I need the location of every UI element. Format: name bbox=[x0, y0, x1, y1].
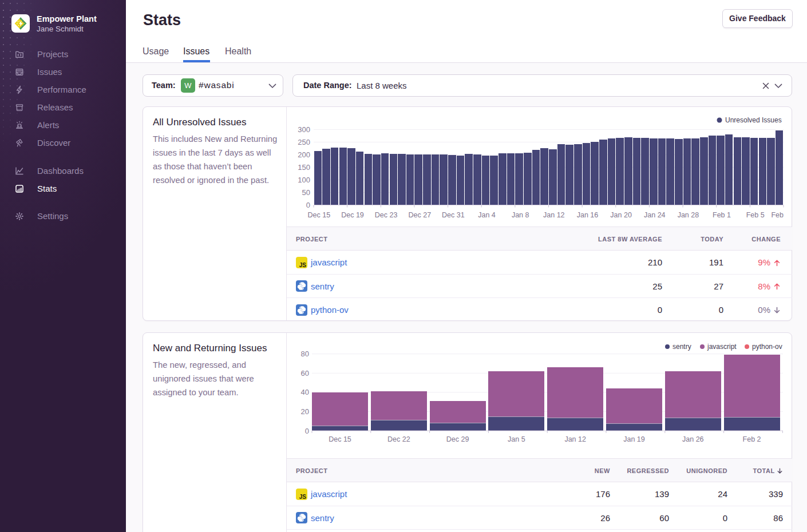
svg-text:80: 80 bbox=[301, 350, 309, 358]
svg-text:150: 150 bbox=[298, 163, 310, 172]
svg-text:0: 0 bbox=[305, 427, 309, 435]
svg-text:Feb 1: Feb 1 bbox=[713, 211, 731, 219]
svg-text:Jan 20: Jan 20 bbox=[610, 211, 632, 219]
svg-text:Unresolved Issues: Unresolved Issues bbox=[725, 116, 782, 124]
svg-text:Jan 24: Jan 24 bbox=[644, 211, 666, 219]
svg-text:Dec 15: Dec 15 bbox=[307, 211, 330, 219]
svg-text:50: 50 bbox=[302, 188, 310, 197]
svg-text:Dec 22: Dec 22 bbox=[387, 435, 410, 443]
svg-text:Feb 5: Feb 5 bbox=[746, 211, 765, 219]
svg-text:Jan 16: Jan 16 bbox=[577, 211, 599, 219]
svg-text:Jan 8: Jan 8 bbox=[512, 211, 529, 219]
svg-text:Jan 4: Jan 4 bbox=[478, 211, 496, 219]
svg-text:Jan 12: Jan 12 bbox=[564, 435, 586, 443]
svg-text:Dec 29: Dec 29 bbox=[446, 435, 469, 443]
svg-text:Jan 5: Jan 5 bbox=[508, 435, 525, 443]
svg-text:300: 300 bbox=[298, 125, 310, 134]
svg-text:Jan 26: Jan 26 bbox=[682, 435, 704, 443]
svg-text:Feb 2: Feb 2 bbox=[743, 435, 761, 443]
svg-text:Jan 12: Jan 12 bbox=[543, 211, 565, 219]
svg-text:Dec 27: Dec 27 bbox=[408, 211, 431, 219]
svg-text:Jan 28: Jan 28 bbox=[678, 211, 699, 219]
svg-text:0: 0 bbox=[306, 201, 310, 209]
svg-text:Dec 15: Dec 15 bbox=[329, 435, 351, 443]
svg-text:sentry: sentry bbox=[672, 343, 691, 351]
svg-text:Feb: Feb bbox=[771, 211, 784, 219]
svg-text:Dec 23: Dec 23 bbox=[375, 211, 398, 219]
svg-text:Dec 19: Dec 19 bbox=[341, 211, 364, 219]
svg-text:100: 100 bbox=[298, 176, 310, 184]
svg-text:javascript: javascript bbox=[707, 343, 737, 351]
svg-text:250: 250 bbox=[298, 138, 310, 146]
svg-text:Jan 19: Jan 19 bbox=[623, 435, 645, 443]
svg-text:200: 200 bbox=[298, 150, 310, 159]
svg-text:60: 60 bbox=[301, 369, 309, 378]
svg-text:20: 20 bbox=[301, 407, 309, 416]
svg-text:python-ov: python-ov bbox=[752, 343, 782, 351]
svg-text:Dec 31: Dec 31 bbox=[442, 211, 465, 219]
svg-text:40: 40 bbox=[301, 388, 309, 396]
